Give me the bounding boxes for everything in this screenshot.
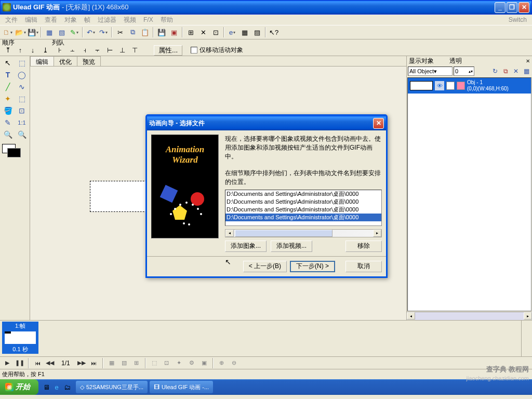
tool-a-icon[interactable]: ▦ xyxy=(44,26,55,38)
taskbar-task-2[interactable]: 🎞 Ulead GIF 动画 -... xyxy=(150,381,213,393)
align-f-icon[interactable]: ⊥ xyxy=(116,45,128,56)
redo-button[interactable]: ↷ xyxy=(98,26,109,38)
align-b-icon[interactable]: ⫠ xyxy=(66,45,78,56)
pb-icon-e[interactable]: ⊡ xyxy=(162,358,172,368)
menu-object[interactable]: 对象 xyxy=(61,15,80,25)
menu-switch[interactable]: Switch xyxy=(506,15,530,24)
minimize-button[interactable]: _ xyxy=(495,2,506,13)
move-only-checkbox[interactable] xyxy=(191,47,197,54)
background-color[interactable] xyxy=(7,148,21,157)
ql-icon-c[interactable]: 🗂 xyxy=(62,382,72,392)
curve-tool-icon[interactable]: ∿ xyxy=(15,81,29,92)
menu-filter[interactable]: 过滤器 xyxy=(95,15,119,25)
align-d-icon[interactable]: ⫟ xyxy=(91,45,103,56)
file-list-scrollbar[interactable]: ◂ ▸ xyxy=(225,229,382,237)
cancel-button[interactable]: 取消 xyxy=(345,261,382,272)
fill-tool-icon[interactable]: 🪣 xyxy=(1,105,15,116)
dialog-titlebar[interactable]: 动画向导 - 选择文件 ✕ xyxy=(147,116,386,130)
obj-swatch-white[interactable] xyxy=(446,82,455,90)
tool-c-icon[interactable]: ✎ xyxy=(69,26,80,38)
file-row[interactable]: D:\Documents and Settings\Administrator\… xyxy=(225,190,381,198)
panel-icon-a[interactable]: ↻ xyxy=(490,66,500,76)
panel-icon-b[interactable]: ⧉ xyxy=(501,66,510,76)
tool-j-icon[interactable]: ▨ xyxy=(251,26,263,38)
next-frame-button[interactable]: ▶▶ xyxy=(76,358,87,368)
file-list[interactable]: D:\Documents and Settings\Administrator\… xyxy=(225,190,382,226)
menu-frame[interactable]: 帧 xyxy=(81,15,94,25)
add-image-button[interactable]: 添加图象... xyxy=(225,241,267,252)
canvas-selection[interactable] xyxy=(90,181,152,212)
pause-button[interactable]: ❚❚ xyxy=(15,358,25,368)
first-frame-button[interactable]: ⏮ xyxy=(32,358,43,368)
pb-icon-a[interactable]: ▦ xyxy=(107,358,117,368)
tool-b-icon[interactable]: ▧ xyxy=(56,26,68,38)
zoom-in-tool-icon[interactable]: 🔍 xyxy=(1,129,15,140)
text-tool-icon[interactable]: T xyxy=(1,69,15,81)
properties-button[interactable]: 属性... xyxy=(154,45,182,56)
pb-icon-f[interactable]: ✦ xyxy=(174,358,184,368)
prev-frame-button[interactable]: ◀◀ xyxy=(45,358,55,368)
panel-icon-c[interactable]: ✕ xyxy=(511,66,521,76)
brush-tool-icon[interactable]: ╱ xyxy=(1,81,15,92)
color-swatches[interactable] xyxy=(1,143,29,164)
open-button[interactable]: 📂 xyxy=(15,26,26,38)
pb-icon-i[interactable]: ⊕ xyxy=(217,358,227,368)
order-up-icon[interactable]: ↑ xyxy=(15,45,26,56)
crop-tool-icon[interactable]: ⊡ xyxy=(15,105,29,116)
play-button[interactable]: ▶ xyxy=(2,358,12,368)
ql-icon-b[interactable]: e xyxy=(52,382,61,392)
copy-button[interactable]: ⧉ xyxy=(127,26,138,38)
tool-i-icon[interactable]: ▦ xyxy=(239,26,250,38)
obj-swatch-pink[interactable] xyxy=(457,82,465,90)
panel-close-icon[interactable]: ✕ xyxy=(526,58,530,64)
pb-icon-b[interactable]: ▧ xyxy=(119,358,129,368)
panel-scrollbar[interactable]: ◂▸ xyxy=(407,312,532,320)
remove-button[interactable]: 移除 xyxy=(345,241,382,252)
select-tool-icon[interactable]: ⬚ xyxy=(15,93,29,104)
browser-icon[interactable]: e xyxy=(227,26,238,38)
pb-icon-g[interactable]: ⚙ xyxy=(187,358,197,368)
pb-icon-j[interactable]: ⊖ xyxy=(229,358,240,368)
start-button[interactable]: 开始 xyxy=(0,379,38,395)
order-bottom-icon[interactable]: ⤓ xyxy=(39,45,51,56)
align-e-icon[interactable]: ⊢ xyxy=(104,45,115,56)
eyedropper-tool-icon[interactable]: ✎ xyxy=(1,117,15,128)
file-row[interactable]: D:\Documents and Settings\Administrator\… xyxy=(225,198,381,206)
panel-icon-d[interactable]: ▦ xyxy=(522,66,531,76)
tool-g-icon[interactable]: ✕ xyxy=(197,26,209,38)
undo-button[interactable]: ↶ xyxy=(85,26,97,38)
cut-button[interactable]: ✂ xyxy=(114,26,126,38)
file-row[interactable]: D:\Documents and Settings\Administrator\… xyxy=(225,206,381,214)
tool-h-icon[interactable]: ⊡ xyxy=(210,26,221,38)
tab-edit[interactable]: 编辑 xyxy=(30,56,54,66)
next-button[interactable]: 下一步(N) > xyxy=(290,261,335,272)
scroll-right-icon[interactable]: ▸ xyxy=(373,230,381,237)
file-row-selected[interactable]: D:\Documents and Settings\Administrator\… xyxy=(225,214,381,221)
last-frame-button[interactable]: ⏭ xyxy=(89,358,99,368)
save-button[interactable]: 💾 xyxy=(27,26,38,38)
tool-f-icon[interactable]: ⊞ xyxy=(185,26,196,38)
menu-help[interactable]: 帮助 xyxy=(157,15,176,25)
dialog-close-button[interactable]: ✕ xyxy=(373,118,384,129)
new-button[interactable]: 🗋 xyxy=(2,26,14,38)
align-g-icon[interactable]: ⊤ xyxy=(129,45,140,56)
zoom-out-tool-icon[interactable]: 🔍 xyxy=(15,129,29,140)
menu-video[interactable]: 视频 xyxy=(121,15,139,25)
timeline-frame[interactable]: 1:帧 0.1 秒 xyxy=(2,322,38,354)
menu-fx[interactable]: F/X xyxy=(140,15,156,24)
tool-e-icon[interactable]: ▣ xyxy=(168,26,180,38)
marquee-tool-icon[interactable]: ⬚ xyxy=(15,57,29,69)
align-c-icon[interactable]: ⫞ xyxy=(79,45,90,56)
object-row[interactable]: 👁 Obj - 1 (0,0)(W:468,H:60) xyxy=(408,78,531,94)
pb-icon-c[interactable]: ⊞ xyxy=(131,358,142,368)
back-button[interactable]: < 上一步(B) xyxy=(243,261,287,272)
pb-icon-h[interactable]: ▣ xyxy=(199,358,209,368)
scroll-left-icon[interactable]: ◂ xyxy=(225,230,234,237)
add-video-button[interactable]: 添加视频... xyxy=(271,241,312,252)
maximize-button[interactable]: ❐ xyxy=(507,2,517,13)
visibility-icon[interactable]: 👁 xyxy=(435,81,444,90)
transparency-spinner[interactable]: 0▴▾ xyxy=(454,66,474,76)
help-pointer-icon[interactable]: ↖? xyxy=(268,26,280,38)
taskbar-task-1[interactable]: ◇ 52SAMSUNG三星手... xyxy=(76,381,148,393)
scroll-thumb[interactable] xyxy=(235,230,332,237)
